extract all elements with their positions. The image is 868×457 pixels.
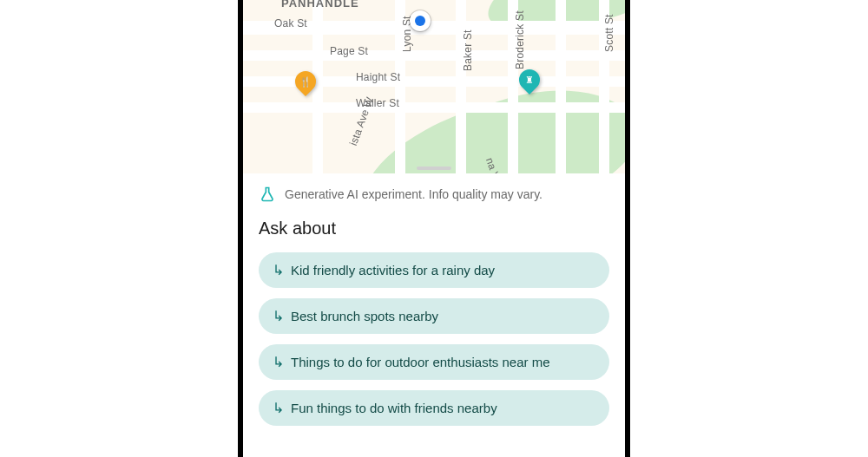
street-label: Baker St <box>462 29 474 71</box>
sheet-grabber[interactable] <box>417 166 451 170</box>
map-viewport[interactable]: PANHANDLE Oak St Page St Haight St Walle… <box>243 0 625 173</box>
street-label: Broderick St <box>514 10 526 69</box>
road <box>456 0 466 173</box>
ask-about-heading: Ask about <box>259 219 609 238</box>
reply-arrow-icon: ↳ <box>273 310 284 323</box>
map-area-label: PANHANDLE <box>281 0 359 10</box>
suggestion-label: Kid friendly activities for a rainy day <box>291 263 495 277</box>
ai-banner-text: Generative AI experiment. Info quality m… <box>285 187 542 201</box>
road <box>243 102 625 113</box>
suggestion-list: ↳ Kid friendly activities for a rainy da… <box>259 252 609 426</box>
bottom-sheet: Generative AI experiment. Info quality m… <box>243 173 625 457</box>
street-label: Scott St <box>603 14 615 52</box>
reply-arrow-icon: ↳ <box>273 264 284 277</box>
road <box>243 50 625 61</box>
ai-experiment-banner: Generative AI experiment. Info quality m… <box>259 186 609 203</box>
suggestion-chip[interactable]: ↳ Fun things to do with friends nearby <box>259 390 609 426</box>
flask-icon <box>259 186 276 203</box>
castle-icon: ♜ <box>525 75 534 85</box>
reply-arrow-icon: ↳ <box>273 356 284 369</box>
map-pin-attraction[interactable]: ♜ <box>515 65 544 95</box>
street-label: Oak St <box>274 17 307 29</box>
suggestion-label: Things to do for outdoor enthusiasts nea… <box>291 355 550 369</box>
street-label: Haight St <box>356 71 400 83</box>
reply-arrow-icon: ↳ <box>273 402 284 415</box>
suggestion-chip[interactable]: ↳ Kid friendly activities for a rainy da… <box>259 252 609 288</box>
street-label: Page St <box>330 45 368 57</box>
user-location-dot <box>410 10 431 31</box>
fork-knife-icon: 🍴 <box>299 77 312 87</box>
suggestion-label: Fun things to do with friends nearby <box>291 401 497 415</box>
phone-frame: PANHANDLE Oak St Page St Haight St Walle… <box>238 0 630 457</box>
suggestion-chip[interactable]: ↳ Things to do for outdoor enthusiasts n… <box>259 344 609 380</box>
suggestion-label: Best brunch spots nearby <box>291 309 438 323</box>
road <box>556 0 566 173</box>
suggestion-chip[interactable]: ↳ Best brunch spots nearby <box>259 298 609 334</box>
